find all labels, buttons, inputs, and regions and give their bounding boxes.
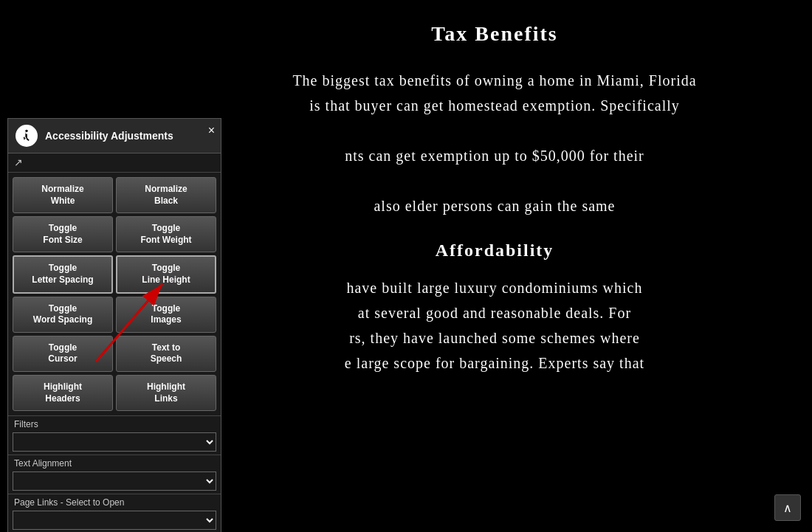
wheelchair-icon: [19, 128, 34, 143]
toggle-font-weight-button[interactable]: ToggleFont Weight: [116, 216, 216, 252]
normalize-white-button[interactable]: NormalizeWhite: [13, 177, 113, 213]
toggle-images-button[interactable]: ToggleImages: [116, 297, 216, 333]
page-links-label: Page Links - Select to Open: [13, 497, 216, 508]
toggle-cursor-button[interactable]: ToggleCursor: [13, 336, 113, 372]
panel-header: Accessibility Adjustments ×: [8, 119, 221, 153]
highlight-headers-button[interactable]: HighlightHeaders: [13, 375, 113, 411]
text-to-speech-button[interactable]: Text toSpeech: [116, 336, 216, 372]
filters-label: Filters: [13, 419, 216, 429]
page-links-select[interactable]: [13, 511, 216, 530]
paragraph-2: have built large luxury condominiums whi…: [236, 275, 753, 376]
page-title: Tax Benefits: [236, 22, 753, 46]
page-links-section: Page Links - Select to Open: [8, 494, 221, 532]
section-title-affordability: Affordability: [236, 241, 753, 260]
toggle-line-height-button[interactable]: ToggleLine Height: [116, 255, 216, 293]
highlight-links-button[interactable]: HighlightLinks: [116, 375, 216, 411]
scroll-top-button[interactable]: ∧: [774, 494, 801, 521]
svg-point-0: [25, 130, 27, 132]
text-alignment-label: Text Alignment: [13, 458, 216, 469]
filters-select[interactable]: [13, 432, 216, 452]
buttons-grid: NormalizeWhite NormalizeBlack ToggleFont…: [8, 173, 221, 415]
toggle-letter-spacing-button[interactable]: ToggleLetter Spacing: [13, 255, 113, 293]
chevron-up-icon: ∧: [783, 501, 792, 515]
toggle-font-size-button[interactable]: ToggleFont Size: [13, 216, 113, 252]
normalize-black-button[interactable]: NormalizeBlack: [116, 177, 216, 213]
text-alignment-select[interactable]: [13, 471, 216, 491]
panel-title: Accessibility Adjustments: [45, 130, 173, 142]
paragraph-1: The biggest tax benefits of owning a hom…: [236, 68, 753, 218]
text-alignment-section: Text Alignment: [8, 455, 221, 494]
close-button[interactable]: ×: [208, 125, 215, 137]
accessibility-panel: Accessibility Adjustments × ↗ NormalizeW…: [7, 118, 221, 532]
panel-icons-row: ↗: [8, 153, 221, 173]
toggle-word-spacing-button[interactable]: ToggleWord Spacing: [13, 297, 113, 333]
filters-section: Filters: [8, 415, 221, 455]
accessibility-icon: [16, 125, 38, 147]
external-link-icon[interactable]: ↗: [14, 156, 23, 169]
